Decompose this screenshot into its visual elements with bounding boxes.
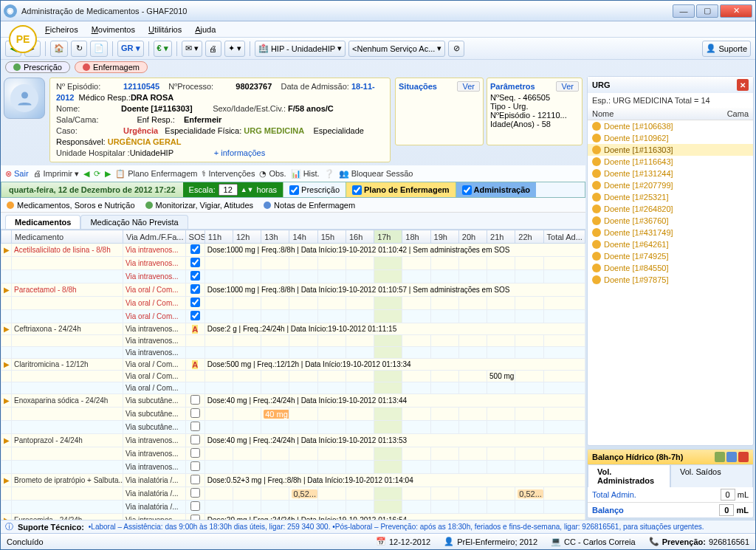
menu-utilitarios[interactable]: Utilitários xyxy=(148,25,182,34)
servico-dropdown[interactable]: <Nenhum Serviço Ac... ▾ xyxy=(348,41,445,57)
tool-print-icon[interactable]: 🖨 xyxy=(205,41,221,57)
hour-cell[interactable] xyxy=(317,335,346,347)
chk-admin[interactable]: Administração xyxy=(456,182,536,197)
hour-cell[interactable] xyxy=(289,371,317,382)
menu-ajuda[interactable]: Ajuda xyxy=(195,25,216,34)
hour-cell[interactable] xyxy=(487,335,515,347)
hour-cell[interactable] xyxy=(261,371,289,382)
tab-vol-admin[interactable]: Vol. Administrados xyxy=(588,464,670,487)
tool-mail-icon[interactable]: ✉ ▾ xyxy=(182,41,202,57)
hour-cell[interactable] xyxy=(430,371,458,382)
patient-list-item[interactable]: Doente [1#431749] xyxy=(588,227,753,238)
tool-refresh-icon[interactable]: ↻ xyxy=(71,41,87,57)
patient-list-item[interactable]: Doente [1#84550] xyxy=(588,262,753,274)
med-name[interactable]: Ceftriaxona - 24/24h xyxy=(12,323,123,335)
hour-cell[interactable] xyxy=(205,447,233,461)
hour-cell[interactable]: 40 mg xyxy=(261,408,289,421)
med-name[interactable]: Paracetamol - 8/8h xyxy=(12,283,123,297)
menu-movimentos[interactable]: Movimentos xyxy=(92,25,135,34)
patient-list-item[interactable]: Doente [1#264820] xyxy=(588,203,753,215)
hist-button[interactable]: 📊 Hist. xyxy=(291,169,320,179)
tool-doc-icon[interactable]: 📄 xyxy=(90,41,108,57)
hour-cell[interactable] xyxy=(402,487,430,501)
patient-list-item[interactable]: Doente [1#36760] xyxy=(588,215,753,227)
hour-cell[interactable] xyxy=(261,257,289,270)
hour-cell[interactable] xyxy=(317,297,346,310)
hour-cell[interactable] xyxy=(374,447,402,461)
hour-cell[interactable] xyxy=(346,257,374,270)
parametros-ver[interactable]: Ver xyxy=(556,81,579,92)
hour-cell[interactable] xyxy=(458,335,487,347)
cat-monit[interactable]: Monitorizar, Vigiar, Atitudes xyxy=(145,201,253,210)
sos-checkbox[interactable] xyxy=(190,475,200,484)
hour-cell[interactable] xyxy=(374,335,402,347)
hour-cell[interactable]: 0,52... xyxy=(515,487,543,501)
escala-input[interactable] xyxy=(219,184,238,196)
hour-cell[interactable] xyxy=(402,257,430,270)
hour-cell[interactable] xyxy=(346,447,374,461)
hour-cell[interactable] xyxy=(374,371,402,382)
intervencoes-button[interactable]: ⚕ Intervenções xyxy=(202,169,255,179)
minimize-button[interactable]: — xyxy=(673,4,695,18)
urg-close[interactable]: ✕ xyxy=(737,79,749,91)
hour-cell[interactable] xyxy=(261,487,289,501)
med-name[interactable]: Brometo de ipratrópio + Salbuta... xyxy=(12,474,123,487)
hour-cell[interactable] xyxy=(346,335,374,347)
sos-checkbox[interactable] xyxy=(190,395,200,405)
hour-cell[interactable] xyxy=(487,297,515,310)
hour-cell[interactable] xyxy=(430,257,458,270)
hour-cell[interactable] xyxy=(317,408,346,421)
patient-list-item[interactable]: Doente [1#131244] xyxy=(588,168,753,179)
hour-cell[interactable] xyxy=(402,447,430,461)
hour-cell[interactable] xyxy=(346,371,374,382)
patient-list-item[interactable]: Doente [1#116303] xyxy=(588,144,753,156)
hour-cell[interactable] xyxy=(458,408,487,421)
chk-plano[interactable]: Plano de Enfermagem xyxy=(346,182,456,197)
hour-cell[interactable] xyxy=(374,487,402,501)
hour-cell[interactable] xyxy=(233,447,261,461)
row-handle[interactable]: ▶ xyxy=(1,514,12,520)
hour-cell[interactable] xyxy=(402,297,430,310)
hour-cell[interactable] xyxy=(289,297,317,310)
subtab-medicamentos[interactable]: Medicamentos xyxy=(5,215,80,229)
med-name[interactable]: Acetilsalicilato de lisina - 8/8h xyxy=(12,244,123,257)
hour-cell[interactable] xyxy=(458,371,487,382)
hour-cell[interactable] xyxy=(487,408,515,421)
row-handle[interactable]: ▶ xyxy=(1,359,12,371)
row-handle[interactable]: ▶ xyxy=(1,283,12,297)
hour-cell[interactable] xyxy=(205,408,233,421)
hour-cell[interactable] xyxy=(515,335,543,347)
hour-cell[interactable]: 500 mg xyxy=(487,371,515,382)
hour-cell[interactable]: 0,52... xyxy=(289,487,317,501)
hour-cell[interactable] xyxy=(458,487,487,501)
hour-cell[interactable] xyxy=(430,297,458,310)
hour-cell[interactable] xyxy=(233,408,261,421)
hour-cell[interactable] xyxy=(317,371,346,382)
medication-grid[interactable]: MedicamentoVia Adm./F.Fa...SOS 11h12h13h… xyxy=(1,230,585,520)
hour-cell[interactable] xyxy=(261,447,289,461)
hour-cell[interactable] xyxy=(289,447,317,461)
imprimir-button[interactable]: 🖨 Imprimir ▾ xyxy=(33,169,80,179)
bloquear-button[interactable]: 👥 Bloquear Sessão xyxy=(339,169,413,179)
hour-cell[interactable] xyxy=(233,487,261,501)
tool-new-icon[interactable]: ✦ ▾ xyxy=(224,41,245,57)
patient-list-item[interactable]: Doente [1#74925] xyxy=(588,250,753,262)
patient-list-item[interactable]: Doente [1#116643] xyxy=(588,156,753,168)
row-handle[interactable]: ▶ xyxy=(1,323,12,335)
hour-cell[interactable] xyxy=(430,487,458,501)
tab-enfermagem[interactable]: Enfermagem xyxy=(75,61,148,73)
hour-cell[interactable] xyxy=(346,297,374,310)
hour-cell[interactable] xyxy=(487,257,515,270)
patient-list-item[interactable]: Doente [1#64261] xyxy=(588,238,753,250)
hour-cell[interactable] xyxy=(205,297,233,310)
sos-checkbox[interactable] xyxy=(190,284,200,294)
hour-cell[interactable] xyxy=(430,447,458,461)
tab-vol-saidos[interactable]: Vol. Saídos xyxy=(670,464,753,487)
hour-cell[interactable] xyxy=(233,335,261,347)
bal-ico2[interactable] xyxy=(726,452,737,462)
cat-meds[interactable]: Medicamentos, Soros e Nutrição xyxy=(7,201,135,210)
chk-prescricao[interactable]: Prescrição xyxy=(283,182,346,197)
row-handle[interactable]: ▶ xyxy=(1,394,12,408)
hour-cell[interactable] xyxy=(487,487,515,501)
hour-cell[interactable] xyxy=(430,335,458,347)
